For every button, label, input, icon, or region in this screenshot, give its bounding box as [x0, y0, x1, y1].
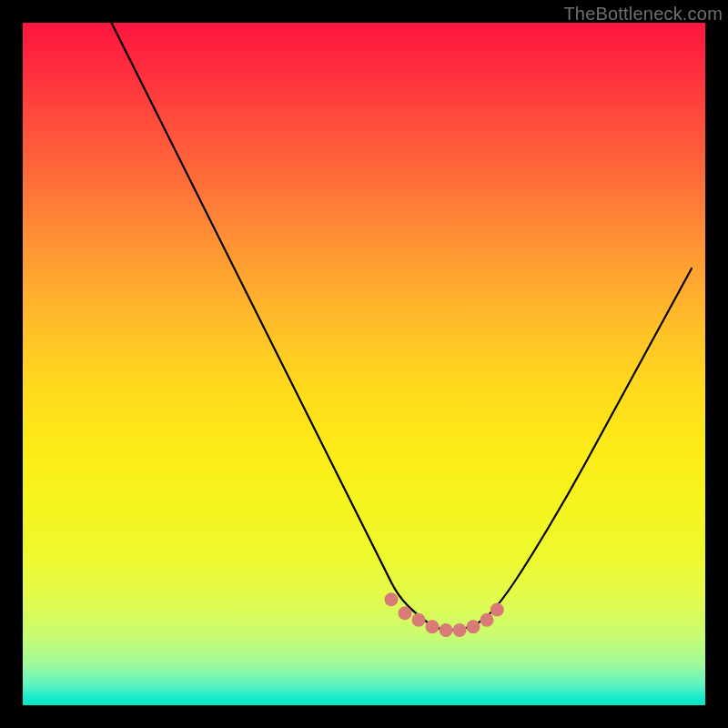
- plot-area: [23, 23, 705, 705]
- curve-layer: [112, 23, 693, 631]
- chart-frame: TheBottleneck.com: [0, 0, 728, 728]
- optimal-marker: [453, 623, 467, 637]
- optimal-marker: [385, 592, 399, 606]
- bottleneck-curve: [112, 23, 693, 631]
- optimal-marker: [412, 613, 426, 627]
- optimal-marker: [440, 623, 453, 637]
- watermark-text: TheBottleneck.com: [563, 4, 723, 25]
- chart-svg: [23, 23, 705, 705]
- optimal-marker: [490, 603, 504, 617]
- optimal-marker: [480, 613, 494, 627]
- optimal-marker: [399, 606, 412, 620]
- optimal-marker: [426, 620, 440, 633]
- optimal-marker: [467, 620, 480, 633]
